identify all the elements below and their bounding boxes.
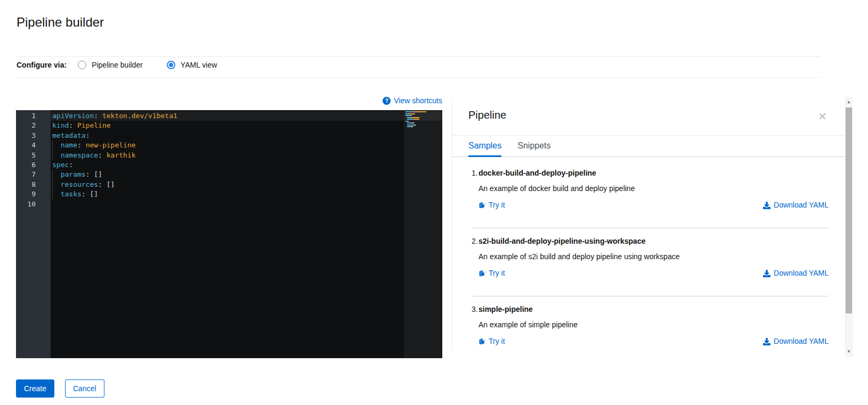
sample-index: 3. (472, 304, 478, 315)
code-line: apiVersion: tekton.dev/v1beta1 (51, 111, 442, 121)
question-circle-icon: ? (383, 97, 391, 105)
paste-icon (478, 202, 485, 209)
panel-close-button[interactable]: ✕ (816, 110, 829, 123)
minimap-line (405, 122, 442, 123)
view-shortcuts-link[interactable]: ? View shortcuts (16, 96, 442, 105)
scrollbar-down-arrow[interactable]: ▼ (846, 349, 852, 354)
sample-index: 2. (472, 236, 478, 247)
radio-circle-selected-icon (167, 61, 175, 69)
cancel-button[interactable]: Cancel (65, 379, 104, 398)
sample-name: simple-pipeline (478, 304, 829, 315)
samples-list: 1.docker-build-and-deploy-pipelineAn exa… (472, 160, 829, 351)
download-icon (763, 338, 770, 345)
download-yaml-link[interactable]: Download YAML (763, 268, 829, 279)
view-shortcuts-label: View shortcuts (394, 96, 442, 105)
page-title: Pipeline builder (17, 15, 104, 30)
download-yaml-label: Download YAML (774, 336, 829, 347)
download-yaml-label: Download YAML (774, 200, 829, 211)
download-icon (763, 270, 770, 277)
sample-links-row: Try itDownload YAML (478, 200, 829, 211)
minimap-line (405, 121, 442, 122)
minimap-line (405, 128, 442, 129)
sample-item: 3.simple-pipelineAn example of simple pi… (472, 296, 829, 351)
configure-via-row: Configure via: Pipeline builder YAML vie… (17, 59, 816, 71)
try-it-link[interactable]: Try it (478, 268, 505, 279)
configure-divider (17, 77, 821, 78)
code-line: namespace: karthik (52, 151, 442, 160)
line-number: 3 (16, 131, 51, 140)
paste-icon (478, 270, 485, 277)
yaml-editor[interactable]: 12345678910 apiVersion: tekton.dev/v1bet… (16, 110, 442, 358)
line-number: 10 (16, 200, 51, 209)
tab-snippets[interactable]: Snippets (517, 136, 550, 157)
editor-code-area[interactable]: apiVersion: tekton.dev/v1beta1kind: Pipe… (51, 110, 442, 358)
code-line: name: new-pipeline (52, 140, 442, 150)
sample-links-row: Try itDownload YAML (478, 268, 829, 279)
code-line: spec: (52, 160, 442, 170)
tab-samples[interactable]: Samples (468, 136, 501, 157)
create-button[interactable]: Create (16, 379, 54, 398)
radio-pipeline-builder-label: Pipeline builder (92, 61, 143, 69)
scrollbar-thumb[interactable] (846, 108, 852, 313)
indent-guide (52, 140, 53, 160)
radio-yaml-view[interactable]: YAML view (167, 61, 217, 69)
download-yaml-link[interactable]: Download YAML (763, 336, 829, 347)
sample-description: An example of simple pipeline (478, 319, 829, 330)
sample-name: docker-build-and-deploy-pipeline (478, 168, 829, 179)
line-number: 9 (16, 189, 51, 199)
sample-index: 1. (472, 168, 478, 179)
paste-icon (478, 338, 485, 345)
indent-guide (52, 170, 53, 200)
line-number: 7 (16, 170, 51, 179)
minimap-line (405, 125, 442, 126)
code-line (52, 200, 442, 209)
line-number: 5 (16, 151, 51, 160)
panel-header: Pipeline ✕ (452, 97, 845, 136)
line-number: 1 (16, 111, 51, 121)
sample-description: An example of s2i build and deploy pipel… (478, 251, 829, 262)
code-line: resources: [] (52, 180, 442, 189)
editor-gutter: 12345678910 (16, 110, 51, 358)
download-yaml-label: Download YAML (774, 268, 829, 279)
panel-scrollbar[interactable]: ▲ ▼ (845, 97, 853, 357)
try-it-link[interactable]: Try it (478, 200, 505, 211)
header-divider (17, 56, 821, 57)
radio-yaml-view-label: YAML view (181, 61, 217, 69)
panel-title: Pipeline (468, 109, 506, 121)
try-it-link[interactable]: Try it (478, 336, 505, 347)
pipeline-builder-page: Pipeline builder Configure via: Pipeline… (0, 0, 868, 405)
minimap-line (405, 126, 442, 127)
line-number: 8 (16, 180, 51, 189)
pipeline-sidebar-panel: Pipeline ✕ SamplesSnippets 1.docker-buil… (452, 97, 845, 351)
sample-item: 1.docker-build-and-deploy-pipelineAn exa… (472, 160, 829, 228)
download-icon (763, 202, 770, 209)
minimap-line (405, 113, 442, 114)
close-icon: ✕ (818, 111, 827, 122)
line-number: 2 (16, 121, 51, 130)
code-line: metadata: (52, 131, 442, 140)
code-line: tasks: [] (52, 189, 442, 199)
line-number: 4 (16, 140, 51, 150)
radio-pipeline-builder[interactable]: Pipeline builder (78, 61, 143, 69)
radio-circle-icon (78, 61, 86, 69)
try-it-label: Try it (489, 200, 505, 211)
sample-item: 2.s2i-build-and-deploy-pipeline-using-wo… (472, 228, 829, 296)
minimap-line (405, 115, 442, 116)
scrollbar-up-arrow[interactable]: ▲ (846, 100, 852, 105)
panel-tabs: SamplesSnippets (452, 136, 845, 157)
minimap-line (405, 117, 442, 118)
sample-links-row: Try itDownload YAML (478, 336, 829, 347)
code-line: kind: Pipeline (52, 121, 442, 130)
minimap-line (405, 111, 442, 112)
minimap-line (405, 119, 442, 120)
configure-via-label: Configure via: (17, 61, 67, 69)
try-it-label: Try it (489, 336, 505, 347)
line-number: 6 (16, 160, 51, 170)
editor-minimap[interactable] (404, 110, 442, 358)
try-it-label: Try it (489, 268, 505, 279)
sample-name: s2i-build-and-deploy-pipeline-using-work… (478, 236, 829, 247)
code-line: params: [] (52, 170, 442, 179)
sample-description: An example of docker build and deploy pi… (478, 183, 829, 194)
download-yaml-link[interactable]: Download YAML (763, 200, 829, 211)
